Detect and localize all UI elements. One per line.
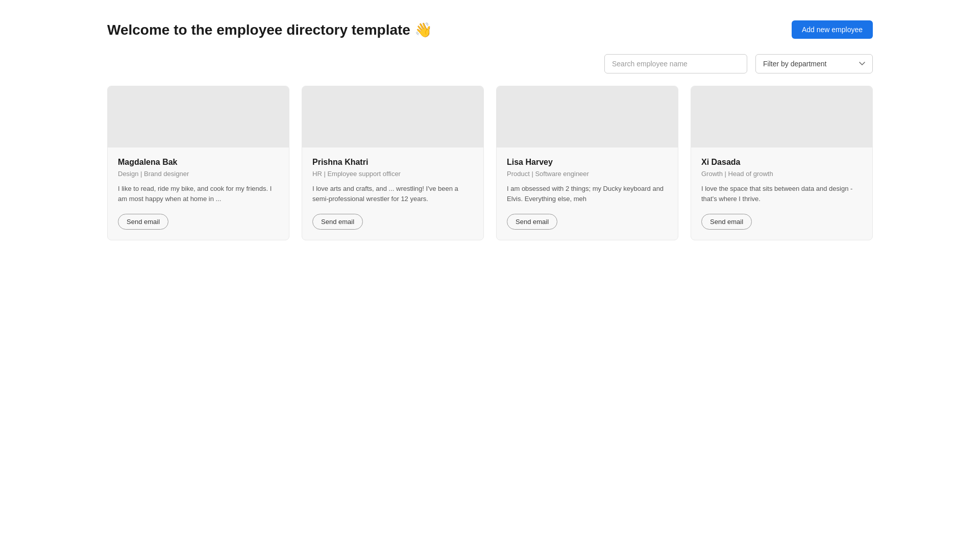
send-email-button[interactable]: Send email — [118, 214, 168, 230]
send-email-button[interactable]: Send email — [507, 214, 557, 230]
employee-card: Xi Dasada Growth | Head of growth I love… — [691, 86, 873, 240]
employee-department: Product | Software engineer — [507, 170, 668, 178]
employee-photo-placeholder — [497, 86, 678, 147]
card-content: Magdalena Bak Design | Brand designer I … — [108, 147, 289, 240]
filters-row: Filter by department Design HR Product G… — [107, 54, 873, 73]
card-content: Lisa Harvey Product | Software engineer … — [497, 147, 678, 240]
employee-bio: I love the space that sits between data … — [701, 184, 862, 204]
search-input[interactable] — [604, 54, 747, 73]
add-employee-button[interactable]: Add new employee — [792, 20, 873, 39]
send-email-button[interactable]: Send email — [701, 214, 752, 230]
employee-name: Prishna Khatri — [312, 158, 473, 167]
employee-card: Lisa Harvey Product | Software engineer … — [496, 86, 678, 240]
employee-name: Xi Dasada — [701, 158, 862, 167]
employee-photo-placeholder — [108, 86, 289, 147]
card-content: Prishna Khatri HR | Employee support off… — [302, 147, 483, 240]
page-container: Welcome to the employee directory templa… — [0, 0, 980, 261]
employee-department: Growth | Head of growth — [701, 170, 862, 178]
department-filter-select[interactable]: Filter by department Design HR Product G… — [755, 54, 873, 73]
employee-bio: I like to read, ride my bike, and cook f… — [118, 184, 279, 204]
employee-card: Prishna Khatri HR | Employee support off… — [302, 86, 484, 240]
page-title: Welcome to the employee directory templa… — [107, 21, 432, 38]
employee-bio: I love arts and crafts, and ... wrestlin… — [312, 184, 473, 204]
employee-photo-placeholder — [691, 86, 872, 147]
employee-department: Design | Brand designer — [118, 170, 279, 178]
employee-department: HR | Employee support officer — [312, 170, 473, 178]
header-row: Welcome to the employee directory templa… — [107, 20, 873, 39]
employee-name: Lisa Harvey — [507, 158, 668, 167]
employee-bio: I am obsessed with 2 things; my Ducky ke… — [507, 184, 668, 204]
send-email-button[interactable]: Send email — [312, 214, 363, 230]
card-content: Xi Dasada Growth | Head of growth I love… — [691, 147, 872, 240]
employee-photo-placeholder — [302, 86, 483, 147]
employees-grid: Magdalena Bak Design | Brand designer I … — [107, 86, 873, 240]
employee-card: Magdalena Bak Design | Brand designer I … — [107, 86, 289, 240]
employee-name: Magdalena Bak — [118, 158, 279, 167]
